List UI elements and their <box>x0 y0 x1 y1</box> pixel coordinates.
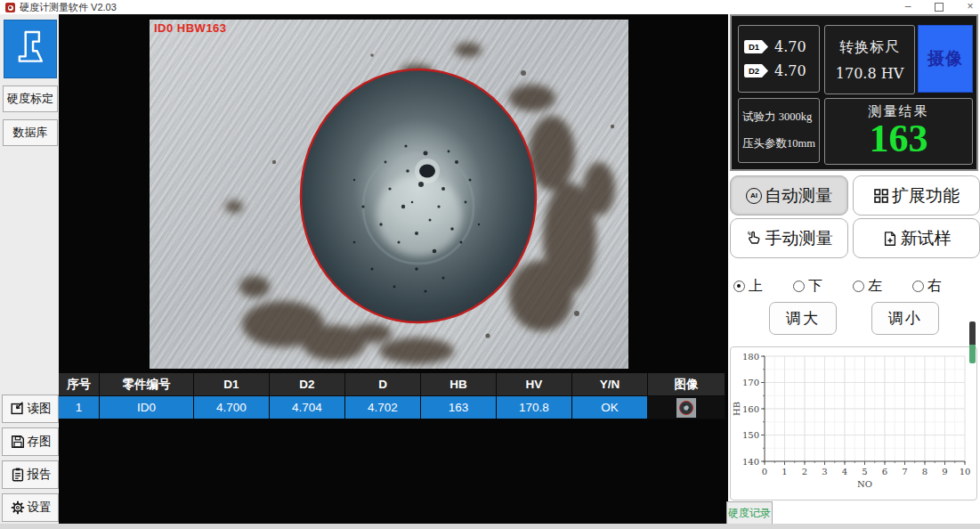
scrollbar-thumb[interactable] <box>969 321 976 363</box>
sidebar-item-save-image[interactable]: 存图 <box>2 427 59 456</box>
scale-title: 转换标尺 <box>839 38 900 57</box>
svg-text:3: 3 <box>822 467 827 476</box>
table-cell: 170.8 <box>497 396 572 419</box>
camera-app-icon <box>5 3 15 12</box>
measurement-display-panel: D1 4.70 D2 4.70 转换标尺 170.8 HV 摄像 试验力 300… <box>730 14 978 171</box>
report-icon <box>10 467 26 483</box>
right-panel: D1 4.70 D2 4.70 转换标尺 170.8 HV 摄像 试验力 300… <box>728 14 980 529</box>
table-header-cell: 零件编号 <box>100 373 194 396</box>
radio-label: 右 <box>927 277 942 296</box>
save-image-icon <box>10 434 26 450</box>
table-header-cell: 图像 <box>648 373 725 396</box>
button-label: 新试样 <box>901 227 952 250</box>
indentation-thumbnail[interactable] <box>676 398 696 418</box>
button-label: 自动测量 <box>765 184 832 208</box>
radio-label: 上 <box>749 277 763 296</box>
hardness-tester-button[interactable] <box>4 20 57 78</box>
adjust-bigger-button[interactable]: 调大 <box>769 302 837 335</box>
hardness-record-tab[interactable]: 硬度记录 <box>726 501 773 525</box>
d1-tag: D1 <box>744 40 768 53</box>
button-label: 扩展功能 <box>892 184 960 208</box>
svg-text:160: 160 <box>742 404 759 414</box>
hardness-trend-chart: 012345678910140150160170180NOHB <box>730 346 977 501</box>
indenter-parameter: 压头参数10mm <box>742 136 819 151</box>
table-cell: 4.700 <box>194 396 270 419</box>
title-bar: 硬度计测量软件 V2.03 – × <box>0 0 980 15</box>
test-parameters-readout: 试验力 3000kg 压头参数10mm <box>738 98 820 163</box>
svg-text:8: 8 <box>922 467 927 476</box>
d1-value: 4.70 <box>774 38 806 55</box>
extend-functions-button[interactable]: 扩展功能 <box>853 175 980 216</box>
results-table: 序号零件编号D1D2DHBHVY/N图像1ID04.7004.7044.7021… <box>59 373 725 419</box>
svg-text:9: 9 <box>942 467 947 476</box>
table-cell: ID0 <box>100 396 194 419</box>
radio-dot <box>793 281 805 292</box>
direction-radio-左[interactable]: 左 <box>853 277 882 296</box>
table-image-cell <box>648 396 725 419</box>
camera-view[interactable] <box>150 20 628 369</box>
svg-text:10: 10 <box>960 467 971 476</box>
sidebar-item-label: 硬度标定 <box>7 91 53 107</box>
svg-text:1: 1 <box>782 467 787 476</box>
sidebar-item-label: 数据库 <box>13 125 48 141</box>
svg-text:4: 4 <box>842 467 847 476</box>
svg-text:6: 6 <box>882 467 887 476</box>
table-row[interactable]: 1ID04.7004.7044.702163170.8OK <box>59 396 725 419</box>
grid-squares-icon <box>873 188 889 204</box>
svg-text:0: 0 <box>762 467 767 476</box>
table-header-cell: 序号 <box>59 373 100 396</box>
hardness-tester-icon <box>11 27 50 71</box>
measurement-result-readout: 测量结果 163 <box>824 98 973 165</box>
table-header-cell: D2 <box>270 373 345 396</box>
svg-text:150: 150 <box>742 430 759 440</box>
direction-radio-右[interactable]: 右 <box>912 277 942 296</box>
table-header-cell: Y/N <box>572 373 648 396</box>
result-value: 163 <box>870 119 928 159</box>
ai-circle-icon: AI <box>746 188 762 204</box>
sidebar-item-database[interactable]: 数据库 <box>3 119 58 146</box>
specimen-image <box>150 20 628 369</box>
table-header-cell: D <box>345 373 421 396</box>
table-cell: 4.702 <box>345 396 421 419</box>
table-header-cell: HV <box>497 373 572 396</box>
d2-value: 4.70 <box>774 62 806 79</box>
sidebar-item-label: 存图 <box>28 434 52 450</box>
hand-icon <box>746 230 763 247</box>
radio-dot <box>912 281 924 292</box>
minimize-button[interactable]: – <box>895 0 921 14</box>
close-button[interactable]: × <box>957 0 980 14</box>
sidebar-item-report[interactable]: 报告 <box>2 460 59 489</box>
measurement-overlay-label: ID0 HBW163 <box>154 21 227 35</box>
radio-label: 下 <box>808 277 822 296</box>
sidebar-item-load-image[interactable]: 读图 <box>2 395 59 423</box>
direction-radio-下[interactable]: 下 <box>793 277 822 296</box>
sidebar-item-label: 设置 <box>28 500 52 516</box>
settings-gear-icon <box>10 500 26 516</box>
sidebar-item-hardness-calibration[interactable]: 硬度标定 <box>3 85 58 112</box>
camera-button[interactable]: 摄像 <box>918 25 973 93</box>
diameter-readout: D1 4.70 D2 4.70 <box>738 25 820 93</box>
new-sample-button[interactable]: 新试样 <box>853 218 980 258</box>
auto-measure-button[interactable]: AI 自动测量 <box>730 175 848 216</box>
direction-radio-上[interactable]: 上 <box>733 277 763 296</box>
svg-text:180: 180 <box>742 352 759 362</box>
table-cell: 1 <box>59 396 100 419</box>
svg-text:NO: NO <box>857 479 872 489</box>
button-label: 手动测量 <box>765 227 833 250</box>
svg-text:7: 7 <box>902 467 907 476</box>
table-cell: 163 <box>421 396 497 419</box>
left-sidebar: 硬度标定 数据库 读图 存图 <box>0 14 60 529</box>
sidebar-item-label: 读图 <box>28 401 52 417</box>
table-header-row: 序号零件编号D1D2DHBHVY/N图像 <box>59 373 725 396</box>
svg-text:HB: HB <box>732 402 741 416</box>
window-bottom-border <box>0 524 980 529</box>
new-document-icon <box>882 231 898 247</box>
adjust-smaller-button[interactable]: 调小 <box>871 302 939 335</box>
maximize-button[interactable] <box>926 0 952 14</box>
window-title: 硬度计测量软件 V2.03 <box>20 1 117 14</box>
manual-measure-button[interactable]: 手动测量 <box>730 218 848 258</box>
sidebar-item-settings[interactable]: 设置 <box>2 493 59 522</box>
main-area: 序号零件编号D1D2DHBHVY/N图像1ID04.7004.7044.7021… <box>59 14 728 524</box>
svg-text:140: 140 <box>742 457 759 467</box>
move-direction-radio-group: 上下左右 <box>733 277 975 296</box>
